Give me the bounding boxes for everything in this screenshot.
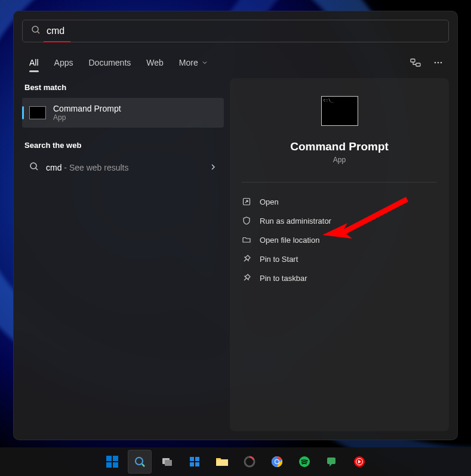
preview-title: Command Prompt [290,140,389,153]
search-icon [29,162,39,174]
widgets-button[interactable] [183,450,207,474]
app-icon[interactable] [238,450,261,474]
filter-tab-all[interactable]: All [22,54,46,71]
best-match-result[interactable]: Command Prompt App [22,98,224,128]
file-explorer-icon[interactable] [210,450,234,474]
filter-tabs-row: All Apps Documents Web More [22,51,449,75]
action-pin-to-taskbar[interactable]: Pin to taskbar [235,268,444,288]
chevron-right-icon [210,162,217,173]
result-subtitle: App [53,113,121,122]
svg-point-6 [441,62,442,64]
taskbar [0,447,471,476]
svg-rect-2 [411,59,415,62]
svg-line-1 [38,32,39,33]
web-search-result[interactable]: cmd - See web results [22,156,224,180]
svg-rect-13 [106,462,112,468]
preview-subtitle: App [333,156,346,164]
svg-rect-3 [416,63,420,66]
svg-rect-14 [113,462,118,468]
svg-point-15 [136,458,143,465]
svg-point-5 [438,62,439,64]
action-open[interactable]: Open [235,192,444,211]
best-match-header: Best match [22,78,224,98]
svg-rect-21 [190,462,194,466]
svg-rect-12 [113,456,118,461]
result-title: Command Prompt [53,104,121,113]
svg-rect-22 [195,462,199,466]
svg-line-16 [142,464,144,466]
svg-line-8 [36,168,38,170]
action-open-file-location[interactable]: Open file location [235,230,444,249]
filter-tab-apps[interactable]: Apps [47,54,81,71]
search-box[interactable] [22,20,449,42]
action-label: Open file location [260,236,319,245]
web-result-text: cmd - See web results [46,163,129,172]
action-label: Run as administrator [260,217,331,225]
search-icon [31,25,47,37]
search-settings-icon[interactable] [405,52,426,73]
preview-pane: Command Prompt App Open Run as administr… [230,78,449,431]
filter-tab-more-label: More [179,58,198,67]
chrome-icon[interactable] [265,450,289,474]
svg-rect-11 [106,456,112,461]
action-label: Pin to Start [260,255,298,264]
svg-rect-23 [216,460,228,466]
web-suffix-label: - See web results [61,163,128,172]
svg-rect-20 [195,457,199,461]
svg-point-0 [32,26,38,32]
svg-rect-18 [165,460,172,466]
results-column: Best match Command Prompt App Search the… [22,78,224,431]
filter-tab-web[interactable]: Web [139,54,171,71]
preview-app-icon [321,96,358,126]
filter-tab-documents[interactable]: Documents [81,54,138,71]
action-label: Open [260,197,279,206]
task-view-button[interactable] [155,450,179,474]
action-label: Pin to taskbar [260,274,307,283]
more-options-icon[interactable] [427,52,449,73]
spotify-icon[interactable] [293,450,316,474]
action-run-as-administrator[interactable]: Run as administrator [235,211,444,230]
start-button[interactable] [100,450,124,474]
youtube-music-icon[interactable] [347,450,371,474]
svg-rect-30 [327,458,335,464]
search-input[interactable] [47,26,440,36]
action-list: Open Run as administrator Open file loca… [230,188,449,291]
start-search-flyout: All Apps Documents Web More Best match C… [13,11,458,440]
chat-app-icon[interactable] [320,450,344,474]
divider [242,182,437,183]
action-pin-to-start[interactable]: Pin to Start [235,249,444,268]
search-web-header: Search the web [22,136,224,156]
taskbar-search-button[interactable] [128,450,152,474]
svg-point-4 [435,62,436,64]
web-query-label: cmd [46,163,61,172]
svg-point-7 [30,163,36,169]
svg-point-28 [275,460,279,463]
command-prompt-icon [29,106,46,119]
chevron-down-icon [202,58,208,67]
svg-rect-19 [190,457,194,461]
filter-tab-more[interactable]: More [172,54,215,71]
